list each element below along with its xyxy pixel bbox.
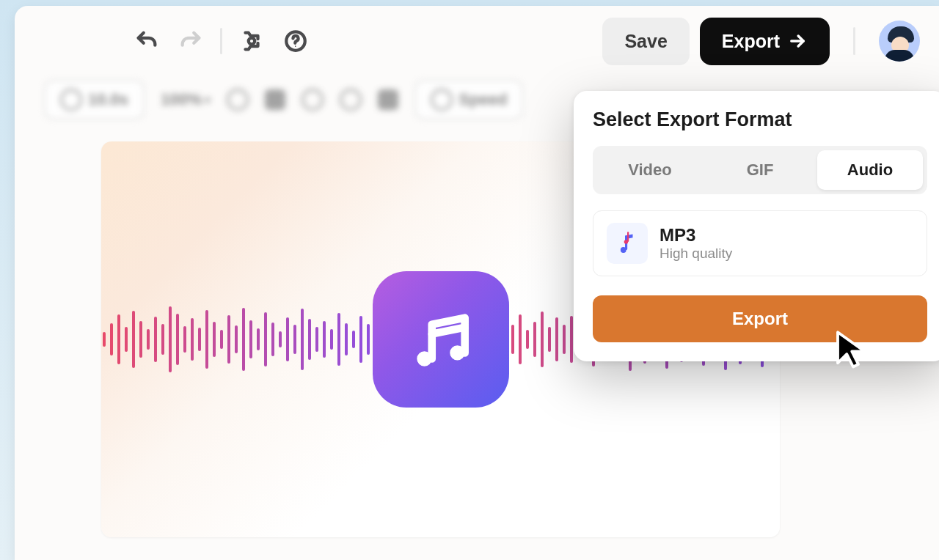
save-button[interactable]: Save — [602, 18, 689, 65]
svg-point-0 — [249, 38, 255, 45]
avatar[interactable] — [879, 21, 920, 62]
zoom-value: 100% — [161, 90, 202, 109]
music-note-icon — [405, 303, 477, 375]
speed-label: Speed — [458, 90, 507, 109]
tool-icon[interactable] — [227, 89, 249, 111]
arrow-right-icon — [787, 31, 808, 51]
format-subtitle: High quality — [660, 246, 732, 262]
duration-pill[interactable]: 10.0s — [44, 80, 145, 119]
zoom-control[interactable]: 100% ▾ — [161, 90, 211, 109]
audio-tile — [373, 271, 509, 408]
divider — [220, 28, 222, 54]
export-label: Export — [722, 31, 780, 52]
tab-audio[interactable]: Audio — [817, 150, 923, 190]
divider — [853, 27, 855, 55]
tool-icon[interactable] — [340, 89, 362, 111]
svg-rect-6 — [627, 232, 629, 242]
waveform-left — [101, 295, 392, 383]
tool-icon[interactable] — [265, 89, 285, 110]
popover-title: Select Export Format — [593, 108, 927, 131]
app-window: Save Export 10.0s 100% ▾ Speed — [15, 6, 939, 560]
top-toolbar: Save Export — [15, 6, 939, 76]
save-label: Save — [624, 31, 667, 51]
tool-icon[interactable] — [302, 89, 324, 111]
undo-button[interactable] — [128, 22, 166, 60]
format-name: MP3 — [660, 225, 732, 246]
tool-icon[interactable] — [378, 89, 398, 110]
format-option-mp3[interactable]: MP3 High quality — [593, 210, 927, 276]
clock-icon — [60, 89, 82, 111]
record-button[interactable] — [233, 22, 271, 60]
svg-point-2 — [295, 45, 296, 47]
export-popover: Select Export Format Video GIF Audio — [574, 91, 939, 361]
export-cta-label: Export — [732, 309, 788, 328]
duration-value: 10.0s — [88, 90, 128, 109]
tab-gif[interactable]: GIF — [707, 150, 813, 190]
redo-button[interactable] — [172, 22, 210, 60]
help-button[interactable] — [277, 22, 315, 60]
format-tabs: Video GIF Audio — [593, 146, 927, 194]
music-file-icon — [607, 223, 648, 264]
export-confirm-button[interactable]: Export — [593, 295, 927, 342]
chevron-down-icon: ▾ — [205, 93, 211, 107]
gauge-icon — [431, 89, 453, 111]
export-button[interactable]: Export — [700, 18, 830, 65]
tab-video[interactable]: Video — [597, 150, 703, 190]
speed-pill[interactable]: Speed — [414, 80, 523, 119]
